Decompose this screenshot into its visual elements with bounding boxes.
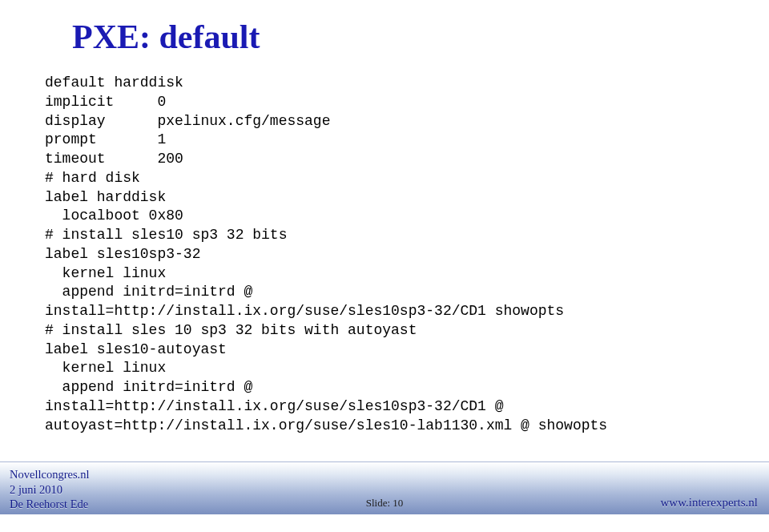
footer-left: Novellcongres.nl 2 juni 2010 De Reehorst…	[10, 467, 89, 512]
footer-left-line1: Novellcongres.nl	[10, 467, 89, 482]
footer-left-line3: De Reehorst Ede	[10, 497, 89, 512]
footer-left-line2: 2 juni 2010	[10, 482, 89, 498]
footer-bar: Novellcongres.nl 2 juni 2010 De Reehorst…	[0, 461, 769, 514]
page-title: PXE: default	[72, 18, 260, 56]
code-block: default harddisk implicit 0 display pxel…	[45, 74, 607, 435]
slide: PXE: default default harddisk implicit 0…	[0, 0, 769, 532]
footer-center: Slide: 10	[366, 497, 404, 510]
footer-right: www.interexperts.nl	[661, 496, 759, 510]
